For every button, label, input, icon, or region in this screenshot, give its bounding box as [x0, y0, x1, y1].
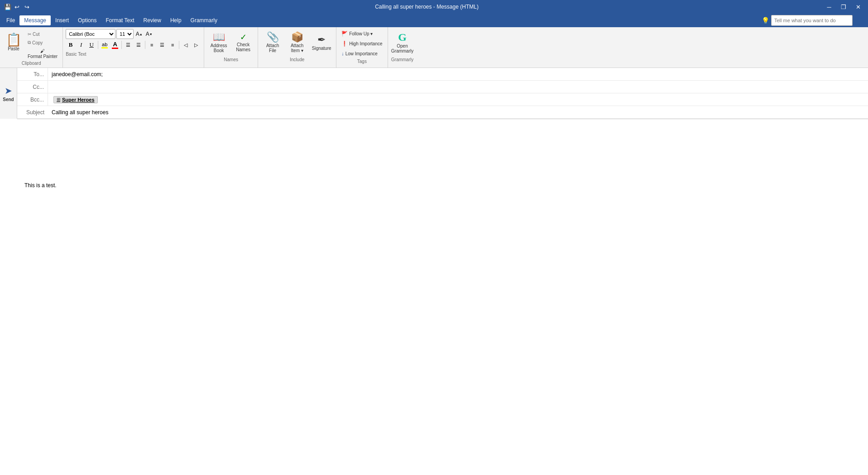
- align-left-button[interactable]: ≡: [147, 40, 157, 50]
- highlight-icon: ab: [102, 42, 107, 47]
- high-importance-icon: ❗: [341, 41, 348, 47]
- bcc-group-tag[interactable]: ⊞ Super Heroes: [53, 96, 98, 103]
- paste-button[interactable]: 📋 Paste: [3, 29, 24, 55]
- bcc-row: Bcc... ⊞ Super Heroes: [17, 93, 868, 106]
- cut-icon: ✂: [28, 32, 31, 37]
- shrink-font-button[interactable]: A▼: [144, 29, 153, 39]
- address-book-button[interactable]: 📖 AddressBook: [207, 29, 230, 56]
- format-painter-icon: 🖌: [40, 48, 45, 53]
- address-book-icon: 📖: [213, 32, 225, 42]
- attach-item-button[interactable]: 📦 AttachItem ▾: [285, 29, 309, 56]
- menu-message[interactable]: Message: [19, 15, 51, 25]
- follow-up-label: Follow Up ▾: [349, 31, 373, 36]
- window-title: Calling all super heroes - Message (HTML…: [31, 4, 823, 10]
- send-label: Send: [3, 97, 14, 102]
- send-panel: ➤ Send: [0, 68, 17, 119]
- close-btn[interactable]: ✕: [852, 2, 864, 11]
- check-names-button[interactable]: ✓ CheckNames: [231, 29, 255, 56]
- attach-file-button[interactable]: 📎 AttachFile: [261, 29, 284, 56]
- underline-button[interactable]: U: [86, 40, 96, 50]
- subject-label: Subject: [17, 109, 48, 116]
- to-input[interactable]: [48, 68, 868, 80]
- follow-up-button[interactable]: 🚩 Follow Up ▾: [339, 29, 384, 38]
- numbered-list-button[interactable]: ☰: [134, 40, 144, 50]
- names-group-label: Names: [224, 56, 238, 64]
- font-color-icon: A: [113, 41, 117, 48]
- high-importance-button[interactable]: ❗ High Importance: [339, 39, 384, 48]
- subject-row: Subject: [17, 106, 868, 119]
- check-names-label: CheckNames: [236, 42, 250, 52]
- cc-row: Cc...: [17, 81, 868, 93]
- basic-text-group-label: Basic Text: [66, 51, 201, 58]
- include-group: 📎 AttachFile 📦 AttachItem ▾ ✒ Signature …: [258, 27, 336, 68]
- bold-button[interactable]: B: [66, 40, 76, 50]
- highlight-button[interactable]: ab: [100, 40, 110, 50]
- open-grammarly-button[interactable]: G OpenGrammarly: [391, 29, 414, 56]
- save-quick-access-btn[interactable]: 💾: [4, 2, 11, 12]
- attach-item-label: AttachItem ▾: [291, 43, 303, 53]
- ribbon: 📋 Paste ✂ Cut ⧉ Copy 🖌: [0, 27, 868, 68]
- cut-button[interactable]: ✂ Cut: [25, 30, 60, 38]
- grammarly-group-label: Grammarly: [391, 56, 413, 64]
- tell-me-bar[interactable]: [771, 15, 853, 26]
- font-color-button[interactable]: A: [110, 40, 120, 50]
- send-button[interactable]: ➤ Send: [0, 83, 17, 104]
- attach-file-icon: 📎: [267, 32, 279, 42]
- low-importance-button[interactable]: ↓ Low Importance: [339, 49, 384, 58]
- address-book-label: AddressBook: [211, 43, 227, 53]
- tell-me-input[interactable]: [774, 18, 849, 23]
- font-family-select[interactable]: Calibri (Boc: [66, 29, 115, 39]
- low-importance-label: Low Importance: [345, 51, 378, 56]
- highlight-color-bar: [101, 47, 108, 48]
- email-form: To... Cc... Bcc... ⊞ Super Heroes: [17, 68, 868, 119]
- grow-font-button[interactable]: A▲: [134, 29, 144, 39]
- menu-bar: File Message Insert Options Format Text …: [0, 14, 868, 27]
- menu-format-text[interactable]: Format Text: [101, 15, 139, 25]
- redo-btn[interactable]: ↪: [23, 2, 31, 12]
- signature-icon: ✒: [317, 35, 326, 45]
- increase-indent-button[interactable]: ▷: [191, 40, 201, 50]
- window-controls: ─ ❐ ✕: [823, 2, 864, 11]
- align-center-button[interactable]: ☰: [157, 40, 167, 50]
- bcc-button[interactable]: Bcc...: [17, 93, 48, 106]
- grammarly-group: G OpenGrammarly Grammarly: [388, 27, 417, 68]
- font-size-select[interactable]: 11: [116, 29, 134, 39]
- undo-btn[interactable]: ↩: [13, 2, 21, 12]
- decrease-indent-button[interactable]: ◁: [181, 40, 191, 50]
- copy-icon: ⧉: [28, 40, 31, 45]
- to-button[interactable]: To...: [17, 68, 48, 80]
- menu-grammarly[interactable]: Grammarly: [186, 15, 222, 25]
- menu-file[interactable]: File: [2, 15, 19, 25]
- check-names-icon: ✓: [240, 33, 247, 41]
- signature-button[interactable]: ✒ Signature: [310, 29, 333, 56]
- menu-help[interactable]: Help: [166, 15, 186, 25]
- bullet-list-button[interactable]: ☰: [123, 40, 133, 50]
- attach-item-icon: 📦: [291, 32, 303, 42]
- cc-button[interactable]: Cc...: [17, 81, 48, 93]
- names-group: 📖 AddressBook ✓ CheckNames Names: [204, 27, 258, 68]
- format-painter-button[interactable]: 🖌 Format Painter: [25, 47, 60, 60]
- subject-input[interactable]: [48, 106, 868, 118]
- italic-button[interactable]: I: [76, 40, 86, 50]
- to-row: To...: [17, 68, 868, 81]
- clipboard-group-label: Clipboard: [22, 60, 41, 68]
- bcc-group-name: Super Heroes: [62, 97, 95, 102]
- grammarly-icon: G: [398, 32, 407, 43]
- email-body[interactable]: This is a test.: [17, 177, 868, 475]
- menu-review[interactable]: Review: [139, 15, 166, 25]
- format-painter-label: Format Painter: [28, 54, 58, 59]
- menu-options[interactable]: Options: [73, 15, 101, 25]
- cc-input[interactable]: [48, 81, 868, 93]
- paste-icon: 📋: [6, 34, 22, 46]
- tags-group: 🚩 Follow Up ▾ ❗ High Importance ↓ Low Im…: [336, 27, 388, 68]
- follow-up-icon: 🚩: [341, 31, 348, 37]
- copy-button[interactable]: ⧉ Copy: [25, 39, 60, 47]
- restore-btn[interactable]: ❐: [837, 2, 850, 11]
- minimize-btn[interactable]: ─: [823, 2, 835, 11]
- font-color-bar: [112, 48, 118, 49]
- align-right-button[interactable]: ≡: [168, 40, 177, 50]
- low-importance-icon: ↓: [341, 51, 344, 56]
- menu-insert[interactable]: Insert: [51, 15, 73, 25]
- open-grammarly-label: OpenGrammarly: [391, 44, 413, 53]
- high-importance-label: High Importance: [349, 41, 382, 46]
